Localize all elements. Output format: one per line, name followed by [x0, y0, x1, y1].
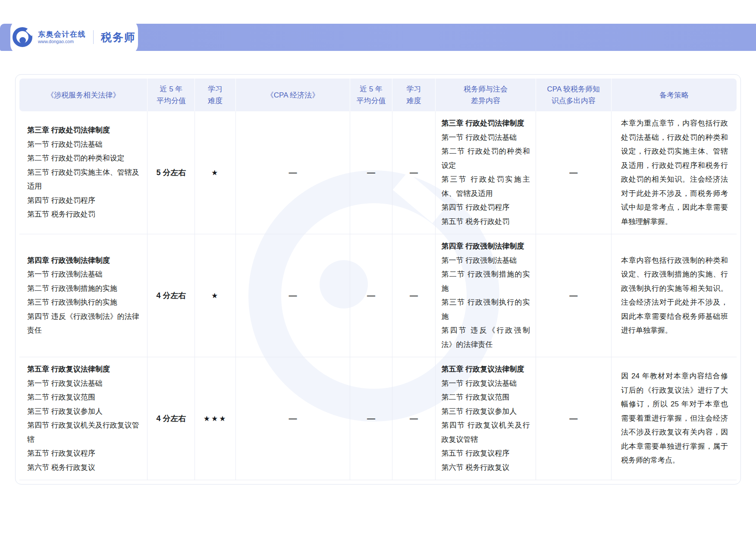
cell-diff-content: 第五章 行政复议法律制度第一节 行政复议法基础第二节 行政复议范围第三节 行政复…	[436, 357, 536, 480]
cell-avg-score: 5 分左右	[147, 111, 195, 234]
column-header-line: 《CPA 经济法》	[238, 89, 348, 101]
cell-cpa-extra: —	[536, 111, 612, 234]
column-header-line: 《涉税服务相关法律》	[21, 89, 145, 101]
cell-cpa-difficulty: —	[392, 234, 436, 357]
comparison-table: 《涉税服务相关法律》近 5 年平均分值学习难度《CPA 经济法》近 5 年平均分…	[19, 79, 737, 480]
column-header-cpa-law: 《CPA 经济法》	[236, 79, 351, 111]
dongao-logo-icon	[13, 27, 32, 47]
column-header-line: 备考策略	[613, 89, 735, 101]
chapter-section: 第三节 行政处罚实施主体、管辖及适用	[441, 173, 530, 201]
cell-diff-content: 第四章 行政强制法律制度第一节 行政强制法基础第二节 行政强制措施的实施第三节 …	[436, 234, 536, 357]
chapter-section: 第三节 行政复议参加人	[441, 405, 530, 419]
cell-strategy: 因 24 年教材对本章内容结合修订后的《行政复议法》进行了大幅修订，所以 25 …	[612, 357, 737, 480]
cell-cpa-extra: —	[536, 357, 612, 480]
chapter-section: 第四节 行政复议机关及行政复议管辖	[441, 419, 530, 447]
column-header-difficulty: 学习难度	[195, 79, 235, 111]
chapter-section: 第四节 行政处罚程序	[441, 201, 530, 215]
cell-difficulty: ★★★	[195, 357, 235, 480]
cell-cpa-avg-score: —	[350, 111, 392, 234]
column-header-line: 平均分值	[149, 95, 193, 107]
column-header-line: CPA 较税务师知	[538, 83, 609, 95]
cell-cpa-difficulty: —	[392, 111, 436, 234]
chapter-section: 第四节 行政复议机关及行政复议管辖	[27, 419, 143, 447]
chapter-section: 第五节 税务行政处罚	[441, 215, 530, 229]
table-header-row: 《涉税服务相关法律》近 5 年平均分值学习难度《CPA 经济法》近 5 年平均分…	[19, 79, 737, 111]
chapter-section: 第四节 行政处罚程序	[27, 194, 143, 208]
chapter-section: 第三节 行政强制执行的实施	[27, 296, 143, 310]
chapter-title: 第三章 行政处罚法律制度	[441, 116, 530, 131]
chapter-section: 第二节 行政处罚的种类和设定	[27, 151, 143, 166]
cell-cpa-law: —	[236, 111, 351, 234]
table-row-1: 第三章 行政处罚法律制度第一节 行政处罚法基础第二节 行政处罚的种类和设定第三节…	[19, 111, 737, 234]
chapter-title: 第四章 行政强制法律制度	[441, 239, 530, 254]
chapter-section: 第一节 行政强制法基础	[27, 268, 143, 282]
column-header-cpa-avg-score: 近 5 年平均分值	[350, 79, 392, 111]
brand-name: 东奥会计在线	[38, 30, 86, 39]
top-banner: 东奥会计在线 www.dongao.com 税务师	[0, 24, 756, 51]
brand-logo-tab: 东奥会计在线 www.dongao.com 税务师	[10, 19, 138, 55]
chapter-title: 第三章 行政处罚法律制度	[27, 123, 143, 138]
chapter-section: 第四节 违反《行政强制法》的法律责任	[441, 324, 530, 352]
cell-avg-score: 4 分左右	[147, 234, 195, 357]
brand-text-block: 东奥会计在线 www.dongao.com	[38, 30, 86, 44]
cell-law: 第四章 行政强制法律制度第一节 行政强制法基础第二节 行政强制措施的实施第三节 …	[19, 234, 147, 357]
column-header-line: 近 5 年	[352, 83, 390, 95]
column-header-line: 学习	[197, 83, 233, 95]
column-header-line: 识点多出内容	[538, 95, 609, 107]
column-header-avg-score: 近 5 年平均分值	[147, 79, 195, 111]
cell-law: 第五章 行政复议法律制度第一节 行政复议法基础第二节 行政复议范围第三节 行政复…	[19, 357, 147, 480]
chapter-section: 第二节 行政处罚的种类和设定	[441, 145, 530, 173]
column-header-law: 《涉税服务相关法律》	[19, 79, 147, 111]
cell-cpa-extra: —	[536, 234, 612, 357]
chapter-section: 第三节 行政强制执行的实施	[441, 296, 530, 324]
column-header-cpa-difficulty: 学习难度	[392, 79, 436, 111]
chapter-section: 第一节 行政复议法基础	[27, 377, 143, 391]
column-header-strategy: 备考策略	[612, 79, 737, 111]
chapter-section: 第三节 行政复议参加人	[27, 405, 143, 419]
cell-cpa-avg-score: —	[350, 357, 392, 480]
cell-diff-content: 第三章 行政处罚法律制度第一节 行政处罚法基础第二节 行政处罚的种类和设定第三节…	[436, 111, 536, 234]
chapter-section: 第五节 行政复议程序	[441, 447, 530, 461]
cell-cpa-avg-score: —	[350, 234, 392, 357]
column-header-line: 学习	[394, 83, 434, 95]
column-header-line: 近 5 年	[149, 83, 193, 95]
chapter-section: 第六节 税务行政复议	[441, 461, 530, 475]
chapter-section: 第四节 违反《行政强制法》的法律责任	[27, 310, 143, 338]
column-header-line: 难度	[394, 95, 434, 107]
cell-cpa-law: —	[236, 234, 351, 357]
chapter-section: 第五节 税务行政处罚	[27, 208, 143, 222]
chapter-section: 第二节 行政复议范围	[441, 390, 530, 405]
chapter-section: 第一节 行政复议法基础	[441, 377, 530, 391]
column-header-cpa-extra: CPA 较税务师知识点多出内容	[536, 79, 612, 111]
cell-strategy: 本章内容包括行政强制的种类和设定、行政强制措施的实施、行政强制执行的实施等相关知…	[612, 234, 737, 357]
chapter-section: 第二节 行政复议范围	[27, 390, 143, 405]
column-header-diff-content: 税务师与注会差异内容	[436, 79, 536, 111]
brand-url: www.dongao.com	[38, 39, 86, 44]
logo-divider	[93, 30, 94, 44]
chapter-section: 第二节 行政强制措施的实施	[27, 282, 143, 296]
column-header-line: 差异内容	[437, 95, 533, 107]
product-name: 税务师	[101, 30, 136, 44]
cell-strategy: 本章为重点章节，内容包括行政处罚法基础，行政处罚的种类和设定，行政处罚实施主体、…	[612, 111, 737, 234]
table-row-3: 第五章 行政复议法律制度第一节 行政复议法基础第二节 行政复议范围第三节 行政复…	[19, 357, 737, 480]
chapter-section: 第一节 行政处罚法基础	[441, 131, 530, 145]
chapter-title: 第五章 行政复议法律制度	[441, 362, 530, 377]
chapter-section: 第三节 行政处罚实施主体、管辖及适用	[27, 166, 143, 194]
chapter-section: 第一节 行政强制法基础	[441, 254, 530, 268]
cell-avg-score: 4 分左右	[147, 357, 195, 480]
chapter-section: 第一节 行政处罚法基础	[27, 138, 143, 152]
column-header-line: 税务师与注会	[437, 83, 533, 95]
cell-difficulty: ★	[195, 111, 235, 234]
column-header-line: 难度	[197, 95, 233, 107]
chapter-section: 第二节 行政强制措施的实施	[441, 268, 530, 296]
chapter-section: 第六节 税务行政复议	[27, 461, 143, 475]
table-row-2: 第四章 行政强制法律制度第一节 行政强制法基础第二节 行政强制措施的实施第三节 …	[19, 234, 737, 357]
logo-dot-shape	[19, 37, 26, 44]
chapter-section: 第五节 行政复议程序	[27, 447, 143, 461]
cell-difficulty: ★	[195, 234, 235, 357]
chapter-title: 第五章 行政复议法律制度	[27, 362, 143, 377]
cell-law: 第三章 行政处罚法律制度第一节 行政处罚法基础第二节 行政处罚的种类和设定第三节…	[19, 111, 147, 234]
cell-cpa-difficulty: —	[392, 357, 436, 480]
column-header-line: 平均分值	[352, 95, 390, 107]
cell-cpa-law: —	[236, 357, 351, 480]
